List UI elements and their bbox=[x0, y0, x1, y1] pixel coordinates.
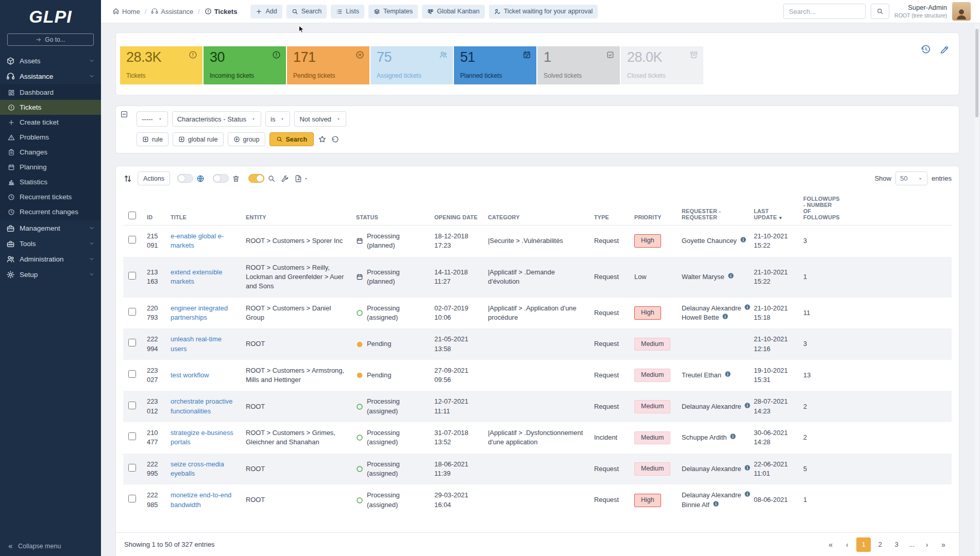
column-header-category[interactable]: CATEGORY bbox=[483, 193, 589, 225]
stat-card-assigned-tickets[interactable]: 75Assigned tickets bbox=[370, 46, 453, 84]
column-header-id[interactable]: ID bbox=[142, 193, 165, 225]
ticket-title-link[interactable]: monetize end-to-end bandwidth bbox=[171, 491, 231, 508]
column-header-last-update[interactable]: LAST UPDATE▼ bbox=[749, 193, 798, 225]
stat-card-tickets[interactable]: 28.3KTickets bbox=[120, 46, 202, 84]
ticket-title-link[interactable]: extend extensible markets bbox=[171, 268, 222, 285]
ticket-title-link[interactable]: engineer integrated partnerships bbox=[171, 304, 228, 321]
toggle-globe-icon[interactable] bbox=[177, 174, 193, 183]
user-meta[interactable]: Super-Admin ROOT (tree structure) bbox=[894, 4, 947, 20]
row-checkbox[interactable] bbox=[128, 308, 136, 316]
requester-info-button[interactable] bbox=[744, 304, 751, 313]
dashboard-edit-button[interactable] bbox=[939, 44, 950, 56]
requester-info-button[interactable] bbox=[744, 464, 751, 474]
ticket-title-link[interactable]: seize cross-media eyeballs bbox=[171, 460, 224, 477]
stat-card-incoming-tickets[interactable]: 30Incoming tickets bbox=[204, 46, 286, 84]
templates-button[interactable]: Templates bbox=[368, 5, 418, 19]
sidebar-subitem-statistics[interactable]: Statistics bbox=[0, 175, 101, 189]
column-header-status[interactable]: STATUS bbox=[351, 193, 429, 225]
ticket-title-link[interactable]: unleash real-time users bbox=[171, 335, 222, 352]
column-header-followups-number-of-followups[interactable]: FOLLOWUPS - NUMBER OF FOLLOWUPS bbox=[798, 193, 844, 225]
sidebar-subitem-planning[interactable]: Planning bbox=[0, 160, 101, 175]
goto-button[interactable]: Go to... bbox=[7, 33, 94, 46]
wrench-button[interactable] bbox=[281, 175, 289, 183]
stat-card-solved-tickets[interactable]: 1Solved tickets bbox=[537, 46, 620, 84]
column-header-title[interactable]: TITLE bbox=[165, 193, 241, 225]
sidebar-subitem-dashboard[interactable]: Dashboard bbox=[0, 85, 101, 100]
breadcrumb-item-assistance[interactable]: Assistance bbox=[151, 8, 193, 15]
search-button[interactable]: Search bbox=[269, 132, 314, 146]
criteria-select-2[interactable]: is bbox=[265, 111, 290, 127]
page-size-select[interactable]: 50 bbox=[895, 171, 927, 185]
reset-search-button[interactable] bbox=[331, 135, 340, 144]
sidebar-subitem-recurrent-changes[interactable]: Recurrent changes bbox=[0, 204, 101, 219]
actions-button[interactable]: Actions bbox=[138, 171, 170, 185]
requester-info-button[interactable] bbox=[722, 313, 729, 322]
ticket-waiting-for-your-approval-button[interactable]: Ticket waiting for your approval bbox=[489, 5, 598, 19]
add-button[interactable]: Add bbox=[250, 5, 282, 19]
column-header-type[interactable]: TYPE bbox=[589, 193, 629, 225]
stat-card-pending-tickets[interactable]: 171Pending tickets bbox=[287, 46, 369, 84]
criteria-select-0[interactable]: ----- bbox=[137, 111, 168, 127]
sidebar-item-tools[interactable]: Tools bbox=[0, 236, 101, 251]
row-checkbox[interactable] bbox=[128, 432, 136, 440]
ticket-title-link[interactable]: e-enable global e-markets bbox=[171, 232, 224, 249]
breadcrumb-item-home[interactable]: Home bbox=[112, 8, 140, 15]
sidebar-subitem-tickets[interactable]: Tickets bbox=[0, 100, 101, 115]
breadcrumb-item-tickets[interactable]: Tickets bbox=[205, 8, 238, 15]
requester-info-button[interactable] bbox=[713, 500, 719, 510]
pagination-prev-button[interactable]: ‹ bbox=[840, 537, 854, 552]
stat-card-closed-tickets[interactable]: 28.0KClosed tickets bbox=[621, 46, 703, 84]
column-header-requester-requester[interactable]: REQUESTER - REQUESTER bbox=[677, 193, 749, 225]
bookmark-button[interactable] bbox=[318, 135, 327, 144]
requester-info-button[interactable] bbox=[744, 491, 751, 500]
add-global-rule-button[interactable]: global rule bbox=[173, 132, 224, 146]
column-header-priority[interactable]: PRIORITY bbox=[629, 193, 677, 225]
pagination-last-button[interactable]: » bbox=[936, 537, 951, 552]
toggle-trash-icon[interactable] bbox=[213, 174, 229, 183]
sidebar-item-administration[interactable]: Administration bbox=[0, 251, 101, 267]
pagination-next-button[interactable]: › bbox=[920, 537, 934, 552]
requester-info-button[interactable] bbox=[724, 371, 731, 380]
ticket-title-link[interactable]: strategize e-business portals bbox=[171, 429, 233, 446]
sidebar-item-management[interactable]: Management bbox=[0, 220, 101, 236]
export-button[interactable] bbox=[294, 175, 309, 183]
lists-button[interactable]: Lists bbox=[331, 5, 364, 19]
toggle-search-icon[interactable] bbox=[248, 174, 264, 183]
search-button[interactable]: Search bbox=[286, 5, 327, 19]
sidebar-subitem-create-ticket[interactable]: Create ticket bbox=[0, 115, 101, 130]
row-checkbox[interactable] bbox=[128, 495, 136, 502]
requester-info-button[interactable] bbox=[740, 236, 747, 246]
ticket-title-link[interactable]: orchestrate proactive functionalities bbox=[171, 397, 232, 414]
add-rule-button[interactable]: rule bbox=[137, 132, 168, 146]
row-checkbox[interactable] bbox=[128, 236, 136, 244]
global-search-input[interactable] bbox=[783, 4, 866, 19]
column-header-opening-date[interactable]: OPENING DATE bbox=[429, 193, 483, 225]
requester-info-button[interactable] bbox=[728, 272, 734, 282]
requester-info-button[interactable] bbox=[744, 402, 751, 411]
ticket-title-link[interactable]: test workflow bbox=[171, 371, 209, 379]
row-checkbox[interactable] bbox=[128, 464, 136, 472]
sidebar-subitem-changes[interactable]: Changes bbox=[0, 145, 101, 160]
user-avatar[interactable] bbox=[952, 2, 971, 21]
pagination-first-button[interactable]: « bbox=[823, 537, 838, 552]
sidebar-item-assistance[interactable]: Assistance bbox=[0, 68, 101, 84]
criteria-select-3[interactable]: Not solved bbox=[294, 111, 346, 127]
sidebar-item-setup[interactable]: Setup bbox=[0, 267, 101, 282]
fold-criteria-button[interactable] bbox=[120, 110, 128, 120]
criteria-select-1[interactable]: Characteristics - Status bbox=[172, 111, 261, 127]
row-checkbox[interactable] bbox=[128, 402, 136, 409]
pagination-page-2[interactable]: 2 bbox=[873, 537, 887, 552]
requester-info-button[interactable] bbox=[730, 433, 736, 442]
row-checkbox[interactable] bbox=[128, 339, 136, 346]
pagination-page-1[interactable]: 1 bbox=[856, 537, 871, 552]
column-header-entity[interactable]: ENTITY bbox=[241, 193, 351, 225]
global-search-button[interactable] bbox=[871, 4, 889, 19]
select-all-checkbox[interactable] bbox=[128, 212, 136, 219]
page-scrollbar-thumb[interactable] bbox=[975, 29, 978, 117]
sidebar-subitem-recurrent-tickets[interactable]: Recurrent tickets bbox=[0, 189, 101, 204]
collapse-menu-button[interactable]: Collapse menu bbox=[0, 536, 101, 556]
add-group-button[interactable]: group bbox=[228, 132, 265, 146]
stat-card-planned-tickets[interactable]: 51Planned tickets bbox=[454, 46, 536, 84]
dashboard-history-button[interactable] bbox=[921, 44, 931, 56]
pagination-page-3[interactable]: 3 bbox=[889, 537, 904, 552]
